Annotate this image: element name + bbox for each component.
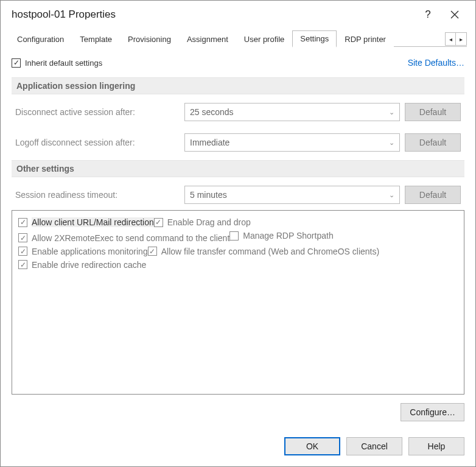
disconnect-active-label: Disconnect active session after:	[15, 107, 180, 117]
checkbox-icon: ✓	[12, 58, 21, 68]
readiness-timeout-label: Session readiness timeout:	[15, 190, 180, 200]
logoff-disconnect-label: Logoff disconnect session after:	[15, 138, 180, 147]
option-checkbox[interactable]: ✓Enable Drag and drop	[154, 217, 251, 227]
checkbox-icon: ✓	[18, 247, 27, 256]
option-checkbox[interactable]: ✓Allow 2XRemoteExec to send command to t…	[18, 233, 229, 243]
checkbox-icon: ✓	[18, 260, 27, 269]
site-defaults-link[interactable]: Site Defaults…	[408, 58, 464, 68]
chevron-down-icon: ⌄	[389, 139, 394, 147]
logoff-disconnect-select[interactable]: Immediate ⌄	[184, 133, 400, 152]
section-header-lingering: Application session lingering	[12, 77, 464, 94]
row-disconnect-active: Disconnect active session after: 25 seco…	[12, 97, 464, 127]
checkbox-icon: ✓	[154, 218, 163, 227]
readiness-timeout-select[interactable]: 5 minutes ⌄	[184, 186, 400, 204]
disconnect-active-default-button[interactable]: Default	[405, 103, 461, 121]
configure-button[interactable]: Configure…	[401, 403, 464, 421]
close-icon[interactable]	[441, 2, 468, 27]
readiness-timeout-default-button[interactable]: Default	[405, 186, 461, 204]
option-label: Manage RDP Shortpath	[243, 231, 333, 241]
disconnect-active-select[interactable]: 25 seconds ⌄	[184, 103, 400, 121]
option-checkbox[interactable]: ✓Allow client URL/Mail redirection	[18, 217, 154, 227]
logoff-disconnect-default-button[interactable]: Default	[405, 133, 461, 152]
help-icon[interactable]: ?	[415, 2, 441, 27]
properties-dialog: hostpool-01 Properties ? Configuration T…	[0, 0, 476, 467]
tab-scroll-left-icon[interactable]: ◂	[445, 32, 456, 46]
checkbox-icon: ✓	[148, 247, 157, 256]
row-readiness-timeout: Session readiness timeout: 5 minutes ⌄ D…	[12, 180, 464, 210]
checkbox-icon: ✓	[18, 218, 27, 227]
tab-scroll: ◂ ▸	[445, 32, 467, 46]
options-listbox: ✓Allow client URL/Mail redirection✓Enabl…	[12, 210, 464, 395]
option-checkbox[interactable]: ✓Enable drive redirection cache	[18, 260, 146, 270]
tab-user-profile[interactable]: User profile	[236, 31, 292, 47]
option-label: Allow client URL/Mail redirection	[32, 217, 154, 227]
option-label: Enable Drag and drop	[167, 217, 251, 227]
tab-panel-settings: ✓ Inherit default settings Site Defaults…	[1, 47, 475, 432]
tab-settings[interactable]: Settings	[292, 30, 337, 47]
cancel-button[interactable]: Cancel	[346, 437, 402, 455]
section-header-other: Other settings	[12, 160, 464, 177]
tabs: Configuration Template Provisioning Assi…	[1, 29, 475, 47]
inherit-label: Inherit default settings	[25, 58, 102, 68]
option-checkbox[interactable]: ✓Enable applications monitoring	[18, 247, 148, 256]
tab-configuration[interactable]: Configuration	[9, 31, 72, 47]
option-checkbox[interactable]: Manage RDP Shortpath	[229, 231, 333, 241]
chevron-down-icon: ⌄	[389, 108, 394, 116]
inherit-checkbox[interactable]: ✓ Inherit default settings	[12, 58, 102, 68]
option-label: Allow file transfer command (Web and Chr…	[161, 247, 379, 256]
tab-rdp-printer[interactable]: RDP printer	[337, 31, 394, 47]
tab-provisioning[interactable]: Provisioning	[120, 31, 179, 47]
option-label: Allow 2XRemoteExec to send command to th…	[32, 233, 229, 243]
dialog-footer: OK Cancel Help	[1, 432, 475, 466]
help-button[interactable]: Help	[408, 437, 464, 455]
titlebar: hostpool-01 Properties ?	[1, 1, 475, 29]
tab-template[interactable]: Template	[72, 31, 120, 47]
window-title: hostpool-01 Properties	[12, 9, 415, 21]
ok-button[interactable]: OK	[284, 437, 340, 455]
checkbox-icon	[229, 231, 239, 241]
chevron-down-icon: ⌄	[389, 191, 394, 199]
row-logoff-disconnect: Logoff disconnect session after: Immedia…	[12, 127, 464, 158]
logoff-disconnect-value: Immediate	[190, 138, 229, 147]
option-label: Enable drive redirection cache	[32, 260, 146, 270]
tab-assignment[interactable]: Assignment	[179, 31, 236, 47]
checkbox-icon: ✓	[18, 233, 27, 242]
option-checkbox[interactable]: ✓Allow file transfer command (Web and Ch…	[148, 247, 379, 256]
option-label: Enable applications monitoring	[32, 247, 148, 256]
disconnect-active-value: 25 seconds	[190, 107, 234, 117]
readiness-timeout-value: 5 minutes	[190, 190, 227, 200]
tab-scroll-right-icon[interactable]: ▸	[456, 32, 467, 46]
